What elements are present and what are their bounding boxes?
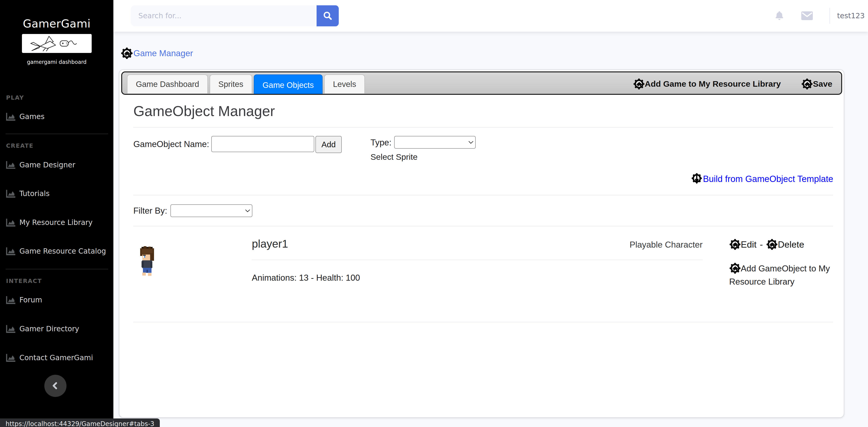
search-box [131, 5, 339, 26]
type-group: Type: Select Sprite [370, 136, 475, 162]
add-game-to-library-button[interactable]: Add Game to My Resource Library [633, 78, 781, 90]
crane-logo-icon [28, 35, 86, 52]
sidebar-item-label: Games [20, 112, 44, 121]
add-gameobject-button[interactable]: Add [315, 136, 342, 153]
brand-logo [22, 34, 92, 53]
sidebar-item-label: Game Resource Catalog [20, 247, 106, 255]
status-url-tooltip: https://localhost:44329/GameDesigner#tab… [0, 419, 160, 427]
filter-by-label: Filter By: [133, 206, 167, 216]
save-button[interactable]: Save [801, 78, 832, 90]
chart-area-icon [6, 218, 16, 227]
edit-gameobject-link[interactable]: Edit [741, 239, 756, 250]
username-menu[interactable]: test123 [837, 11, 866, 20]
gameobject-actions-column: Edit - Delete Add GameObject to My Resou… [729, 237, 833, 288]
gear-puzzle-icon [633, 78, 645, 90]
brand-title[interactable]: GamerGami [0, 0, 113, 30]
gear-puzzle-icon [729, 238, 741, 250]
tab-game-objects[interactable]: Game Objects [254, 75, 322, 94]
tab-game-dashboard[interactable]: Game Dashboard [127, 75, 208, 93]
gear-puzzle-icon [729, 262, 741, 274]
topbar-divider [830, 8, 830, 24]
search-icon [323, 11, 333, 21]
topbar-right: test123 [774, 0, 866, 32]
build-template-row: Build from GameObject Template [133, 173, 833, 185]
gear-puzzle-icon [766, 238, 778, 250]
breadcrumb-label: Game Manager [133, 48, 193, 58]
sidebar-item-label: My Resource Library [20, 218, 93, 227]
gear-puzzle-icon [801, 78, 813, 90]
name-group: GameObject Name: Add [133, 136, 342, 162]
sidebar-divider [5, 134, 108, 134]
sidebar-item-games[interactable]: Games [6, 111, 113, 122]
search-input[interactable] [131, 5, 317, 26]
topbar: test123 [113, 0, 868, 32]
sidebar-item-my-resource-library[interactable]: My Resource Library [6, 217, 113, 228]
gameobject-name-label: GameObject Name: [133, 136, 209, 149]
gameobject-name: player1 [252, 237, 288, 250]
chart-area-icon [6, 353, 16, 362]
main-content: Game Manager Game Dashboard Sprites Game… [113, 32, 868, 427]
sidebar: GamerGami gamergami dashboard PLAY Games… [0, 0, 113, 427]
sidebar-header-create: CREATE [6, 142, 113, 149]
chart-area-icon [6, 296, 16, 304]
sidebar-item-label: Gamer Directory [20, 324, 79, 333]
chart-area-icon [6, 247, 16, 255]
divider [252, 260, 703, 260]
action-separator: - [760, 239, 763, 250]
sidebar-item-game-designer[interactable]: Game Designer [6, 159, 113, 170]
chart-area-icon [6, 324, 16, 333]
gameobject-type: Playable Character [630, 237, 703, 250]
select-sprite-label: Select Sprite [370, 152, 475, 162]
filter-by-select[interactable] [170, 204, 252, 217]
type-label: Type: [370, 136, 392, 147]
game-objects-panel: GameObject Manager GameObject Name: Add … [121, 95, 842, 416]
sidebar-collapse-button[interactable] [44, 375, 66, 397]
divider [133, 195, 833, 195]
sidebar-item-tutorials[interactable]: Tutorials [6, 188, 113, 199]
gameobject-details: Animations: 13 - Health: 100 [252, 273, 703, 283]
search-button[interactable] [317, 5, 339, 26]
type-select[interactable] [394, 136, 475, 149]
gameobject-info-column: player1 Playable Character Animations: 1… [252, 237, 703, 288]
gameobject-name-input[interactable] [211, 136, 314, 152]
sidebar-header-interact: INTERACT [6, 278, 113, 284]
gear-arrow-icon [691, 173, 703, 185]
tab-sprites[interactable]: Sprites [210, 75, 252, 93]
sidebar-item-label: Tutorials [20, 189, 50, 198]
add-game-to-library-label: Add Game to My Resource Library [645, 79, 781, 89]
sidebar-item-gamer-directory[interactable]: Gamer Directory [6, 323, 113, 334]
sidebar-item-label: Forum [20, 296, 42, 304]
chart-area-icon [6, 161, 16, 169]
add-gameobject-to-library-label: Add GameObject to My Resource Library [729, 263, 830, 287]
gameobject-form: GameObject Name: Add Type: Select Sprite [133, 136, 833, 162]
filter-row: Filter By: [133, 204, 833, 217]
breadcrumb[interactable]: Game Manager [121, 47, 193, 59]
sidebar-divider [5, 269, 108, 269]
player-sprite-image [139, 246, 155, 277]
build-from-template-link[interactable]: Build from GameObject Template [703, 174, 833, 184]
sidebar-item-label: Game Designer [20, 161, 75, 169]
brand-tagline: gamergami dashboard [0, 59, 113, 65]
sidebar-item-forum[interactable]: Forum [6, 294, 113, 305]
delete-gameobject-link[interactable]: Delete [778, 239, 804, 250]
sidebar-item-contact-gamergami[interactable]: Contact GamerGami [6, 352, 113, 363]
divider [133, 127, 833, 127]
envelope-icon[interactable] [801, 11, 813, 20]
chevron-left-icon [49, 379, 61, 392]
chart-area-icon [6, 189, 16, 198]
gear-puzzle-icon [121, 47, 133, 59]
page-title: GameObject Manager [133, 103, 833, 119]
bell-icon[interactable] [774, 10, 785, 22]
sidebar-item-game-resource-catalog[interactable]: Game Resource Catalog [6, 246, 113, 257]
tab-bar: Game Dashboard Sprites Game Objects Leve… [121, 72, 842, 95]
sidebar-header-play: PLAY [6, 94, 113, 101]
add-gameobject-to-library-link[interactable]: Add GameObject to My Resource Library [729, 262, 833, 288]
game-manager-tabs-widget: Game Dashboard Sprites Game Objects Leve… [119, 69, 844, 418]
app-root: GamerGami gamergami dashboard PLAY Games… [0, 0, 868, 427]
chart-area-icon [6, 112, 16, 121]
tab-levels[interactable]: Levels [324, 75, 365, 93]
sidebar-item-label: Contact GamerGami [20, 353, 93, 362]
gameobject-row: player1 Playable Character Animations: 1… [133, 226, 833, 288]
sprite-column [133, 237, 252, 288]
save-label: Save [813, 79, 832, 89]
